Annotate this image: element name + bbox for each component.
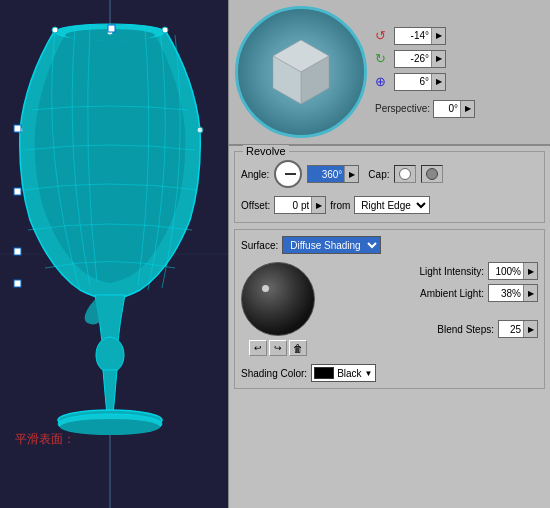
z-axis-icon: ⊕: [375, 74, 391, 89]
right-panel: ↺ ▶ ↻ ▶ ⊕ ▶ Persp: [228, 0, 550, 508]
shading-color-label: Shading Color:: [241, 368, 307, 379]
perspective-arrow[interactable]: ▶: [460, 101, 474, 117]
angle-value-arrow[interactable]: ▶: [344, 166, 358, 182]
surface-label: Surface:: [241, 240, 278, 251]
canvas-panel: 平滑表面：: [0, 0, 228, 508]
offset-arrow[interactable]: ▶: [311, 197, 325, 213]
cube-preview: [261, 32, 341, 112]
ambient-light-label: Ambient Light:: [420, 288, 484, 299]
ambient-light-arrow[interactable]: ▶: [523, 285, 537, 301]
angle-x-field: ▶: [394, 27, 446, 45]
svg-point-12: [52, 27, 58, 33]
blend-steps-arrow[interactable]: ▶: [523, 321, 537, 337]
from-select[interactable]: Right Edge: [355, 197, 429, 213]
ambient-light-field: ▶: [488, 284, 538, 302]
light-intensity-arrow[interactable]: ▶: [523, 263, 537, 279]
chinese-label: 平滑表面：: [15, 431, 75, 448]
x-axis-icon: ↺: [375, 28, 391, 43]
angle-x-arrow[interactable]: ▶: [431, 28, 445, 44]
from-label: from: [330, 200, 350, 211]
cap-label: Cap:: [368, 169, 389, 180]
offset-value-field: ▶: [274, 196, 326, 214]
svg-point-8: [60, 419, 160, 435]
surface-select[interactable]: Diffuse Shading: [283, 237, 380, 253]
revolve-section: Revolve Angle: ▶ Cap: Offset:: [234, 151, 545, 223]
revolve-offset-row: Offset: ▶ from Right Edge: [241, 196, 538, 214]
perspective-label: Perspective:: [375, 103, 430, 114]
ambient-light-row: Ambient Light: ▶: [323, 284, 538, 302]
delete-button[interactable]: 🗑: [289, 340, 307, 356]
rotate-left-button[interactable]: ↩: [249, 340, 267, 356]
surface-section: Surface: Diffuse Shading ↩ ↪ 🗑: [234, 229, 545, 389]
angle-controls: ↺ ▶ ↻ ▶ ⊕ ▶ Persp: [375, 27, 475, 118]
angle-x-input[interactable]: [395, 28, 431, 44]
cap-on-button[interactable]: [394, 165, 416, 183]
surface-select-field: Diffuse Shading: [282, 236, 381, 254]
perspective-field: ▶: [433, 100, 475, 118]
svg-rect-14: [14, 125, 21, 132]
angle-z-field: ▶: [394, 73, 446, 91]
svg-rect-17: [14, 280, 21, 287]
cap-off-button[interactable]: [421, 165, 443, 183]
blend-steps-input[interactable]: [499, 321, 523, 337]
blend-steps-label: Blend Steps:: [437, 324, 494, 335]
angle-value-input[interactable]: [308, 166, 344, 182]
shading-color-arrow: ▼: [365, 369, 373, 378]
svg-rect-15: [14, 188, 21, 195]
sphere-toolbar: ↩ ↪ 🗑: [249, 340, 307, 356]
angle-x-row: ↺ ▶: [375, 27, 475, 45]
svg-point-5: [96, 337, 124, 373]
angle-dial[interactable]: [274, 160, 302, 188]
shading-color-field[interactable]: Black ▼: [311, 364, 375, 382]
svg-rect-16: [14, 248, 21, 255]
revolve-angle-row: Angle: ▶ Cap:: [241, 160, 538, 188]
angle-z-row: ⊕ ▶: [375, 73, 475, 91]
ambient-light-input[interactable]: [489, 285, 523, 301]
surface-body: ↩ ↪ 🗑 Light Intensity: ▶ Ambient Light:: [241, 262, 538, 356]
angle-y-field: ▶: [394, 50, 446, 68]
view3d-section: ↺ ▶ ↻ ▶ ⊕ ▶ Persp: [229, 0, 550, 146]
blend-steps-row: Blend Steps: ▶: [323, 320, 538, 338]
from-value-field: Right Edge: [354, 196, 430, 214]
angle-label: Angle:: [241, 169, 269, 180]
angle-z-input[interactable]: [395, 74, 431, 90]
angle-value-field: ▶: [307, 165, 359, 183]
light-intensity-label: Light Intensity:: [420, 266, 484, 277]
black-swatch: [314, 367, 334, 379]
shading-color-row: Shading Color: Black ▼: [241, 364, 538, 382]
rotate-right-button[interactable]: ↪: [269, 340, 287, 356]
preview-sphere-area: ↩ ↪ 🗑: [241, 262, 315, 356]
angle-y-row: ↻ ▶: [375, 50, 475, 68]
preview-sphere: [241, 262, 315, 336]
svg-rect-18: [108, 25, 115, 32]
y-axis-icon: ↻: [375, 51, 391, 66]
angle-y-arrow[interactable]: ▶: [431, 51, 445, 67]
light-intensity-row: Light Intensity: ▶: [323, 262, 538, 280]
shading-color-value: Black: [337, 368, 361, 379]
offset-input[interactable]: [275, 197, 311, 213]
sphere-highlight: [262, 285, 269, 292]
surface-header: Surface: Diffuse Shading: [241, 236, 538, 254]
revolve-label: Revolve: [243, 145, 289, 157]
perspective-input[interactable]: [434, 101, 460, 117]
svg-point-11: [197, 127, 203, 133]
viewport-circle: [235, 6, 367, 138]
light-controls: Light Intensity: ▶ Ambient Light: ▶ Blen…: [323, 262, 538, 356]
blend-steps-field: ▶: [498, 320, 538, 338]
perspective-row: Perspective: ▶: [375, 100, 475, 118]
angle-z-arrow[interactable]: ▶: [431, 74, 445, 90]
light-intensity-field: ▶: [488, 262, 538, 280]
offset-label: Offset:: [241, 200, 270, 211]
svg-point-13: [162, 27, 168, 33]
angle-y-input[interactable]: [395, 51, 431, 67]
light-intensity-input[interactable]: [489, 263, 523, 279]
